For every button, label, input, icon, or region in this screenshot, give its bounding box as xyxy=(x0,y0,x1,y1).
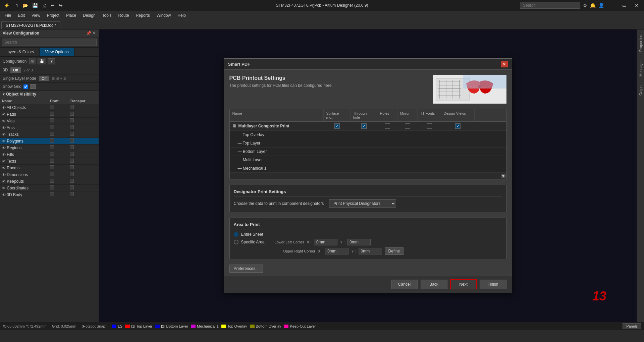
close-btn[interactable]: ✕ xyxy=(632,3,641,8)
eye-icon-3[interactable]: 👁 xyxy=(2,126,6,130)
finish-btn[interactable]: Finish xyxy=(480,280,506,289)
menu-project[interactable]: Project xyxy=(44,12,63,19)
entire-sheet-radio[interactable] xyxy=(234,232,238,237)
minimize-btn[interactable]: — xyxy=(607,3,617,8)
right-tab-output[interactable]: Output xyxy=(638,82,644,98)
back-btn[interactable]: Back xyxy=(421,280,447,289)
doc-tab-pcb[interactable]: STM32F407ZGT6.PcbDoc * xyxy=(1,21,60,29)
maximize-btn[interactable]: ▭ xyxy=(620,3,629,8)
eye-icon-13[interactable]: 👁 xyxy=(2,193,6,197)
scroll-thumb[interactable]: ▼ xyxy=(501,174,505,178)
obj-row-coordinates[interactable]: 👁 Coordinates xyxy=(0,185,99,191)
ttfonts-check[interactable] xyxy=(427,123,432,129)
panel-pin-icon[interactable]: 📌 xyxy=(86,31,91,36)
panel-search-input[interactable] xyxy=(2,39,97,46)
draft-check-4[interactable] xyxy=(50,132,54,136)
transpar-check-9[interactable] xyxy=(70,165,74,169)
layer-row-top-layer[interactable]: — Top Layer xyxy=(230,139,506,148)
obj-row-3d-body[interactable]: 👁 3D Body xyxy=(0,191,99,198)
menu-window[interactable]: Window xyxy=(153,12,174,19)
grid-checkbox[interactable] xyxy=(23,84,28,89)
save-icon[interactable]: 💾 xyxy=(31,2,39,9)
layers-scroll[interactable]: 🖶 Multilayer Composite Print xyxy=(230,122,506,173)
undo-icon[interactable]: ↩ xyxy=(49,2,56,9)
cancel-btn[interactable]: Cancel xyxy=(391,280,418,289)
3d-toggle-btn[interactable]: Off xyxy=(10,67,20,73)
layer-row-multi-layer[interactable]: — Multi-Layer xyxy=(230,156,506,164)
layer-row-mechanical1[interactable]: — Mechanical 1 xyxy=(230,164,506,173)
draft-check-8[interactable] xyxy=(50,159,54,163)
eye-icon-2[interactable]: 👁 xyxy=(2,119,6,123)
right-tab-messages[interactable]: Messages xyxy=(638,57,644,79)
draft-check-3[interactable] xyxy=(50,125,54,129)
eye-icon-0[interactable]: 👁 xyxy=(2,106,6,110)
obj-row-pads[interactable]: 👁 Pads xyxy=(0,111,99,118)
holes-check[interactable] xyxy=(385,123,390,129)
transpar-check-1[interactable] xyxy=(70,112,74,116)
layer-row-top-overlay[interactable]: — Top Overlay xyxy=(230,131,506,139)
draft-check-7[interactable] xyxy=(50,152,54,156)
global-search-input[interactable] xyxy=(520,2,580,9)
composite-surface[interactable] xyxy=(324,122,351,130)
menu-view[interactable]: View xyxy=(28,12,44,19)
obj-row-polygons[interactable]: 👁 Polygons xyxy=(0,138,99,145)
obj-row-texts[interactable]: 👁 Texts xyxy=(0,158,99,165)
transpar-check-5[interactable] xyxy=(70,138,74,142)
obj-row-tracks[interactable]: 👁 Tracks xyxy=(0,131,99,138)
obj-row-regions[interactable]: 👁 Regions xyxy=(0,145,99,151)
upper-right-y-input[interactable] xyxy=(359,248,382,254)
object-visibility-header[interactable]: ▾ Object Visibility xyxy=(0,91,99,98)
obj-row-all-objects[interactable]: 👁 All Objects xyxy=(0,104,99,111)
draft-check-9[interactable] xyxy=(50,165,54,169)
through-check[interactable] xyxy=(361,123,367,129)
obj-row-dimensions[interactable]: 👁 Dimensions xyxy=(0,171,99,178)
transpar-check-10[interactable] xyxy=(70,172,74,176)
surface-check[interactable] xyxy=(334,123,340,129)
draft-check-5[interactable] xyxy=(50,138,54,142)
obj-row-keepouts[interactable]: 👁 Keepouts xyxy=(0,178,99,185)
menu-place[interactable]: Place xyxy=(63,12,79,19)
menu-design[interactable]: Design xyxy=(79,12,99,19)
settings-icon[interactable]: ⚙ xyxy=(583,3,587,8)
transpar-check-11[interactable] xyxy=(70,179,74,183)
transpar-check-12[interactable] xyxy=(70,185,74,189)
draft-check-0[interactable] xyxy=(50,105,54,109)
draft-check-12[interactable] xyxy=(50,185,54,189)
transpar-check-6[interactable] xyxy=(70,145,74,149)
transpar-check-7[interactable] xyxy=(70,152,74,156)
designator-select[interactable]: Print Physical Designators Print Logical… xyxy=(329,199,396,208)
eye-icon-5[interactable]: 👁 xyxy=(2,139,6,143)
draft-check-2[interactable] xyxy=(50,118,54,122)
draft-check-11[interactable] xyxy=(50,179,54,183)
panels-btn[interactable]: Panels xyxy=(623,323,641,329)
eye-icon-11[interactable]: 👁 xyxy=(2,179,6,183)
transpar-check-0[interactable] xyxy=(70,105,74,109)
eye-icon-7[interactable]: 👁 xyxy=(2,153,6,157)
menu-edit[interactable]: Edit xyxy=(14,12,28,19)
composite-ttfonts[interactable] xyxy=(418,122,441,130)
designviews-check[interactable] xyxy=(455,123,461,129)
transpar-check-13[interactable] xyxy=(70,192,74,196)
print-icon[interactable]: 🖨 xyxy=(41,2,48,9)
mirror-check[interactable] xyxy=(405,123,410,129)
preferences-btn[interactable]: Preferences... xyxy=(229,265,263,273)
panel-close-icon[interactable]: ✕ xyxy=(93,31,96,36)
eye-icon-8[interactable]: 👁 xyxy=(2,159,6,163)
composite-holes[interactable] xyxy=(377,122,397,130)
user-icon[interactable]: 👤 xyxy=(598,3,604,8)
transpar-check-8[interactable] xyxy=(70,159,74,163)
config-save-btn[interactable]: 💾 xyxy=(38,58,46,64)
config-menu-btn[interactable]: ▼ xyxy=(48,58,55,64)
right-tab-properties[interactable]: Properties xyxy=(638,32,644,54)
menu-route[interactable]: Route xyxy=(115,12,132,19)
transpar-check-3[interactable] xyxy=(70,125,74,129)
notification-icon[interactable]: 🔔 xyxy=(590,3,596,8)
lower-left-x-input[interactable] xyxy=(314,239,337,245)
tab-layers-colors[interactable]: Layers & Colors xyxy=(0,48,40,56)
draft-check-10[interactable] xyxy=(50,172,54,176)
obj-row-rooms[interactable]: 👁 Rooms xyxy=(0,165,99,171)
upper-right-x-input[interactable] xyxy=(325,248,348,254)
menu-help[interactable]: Help xyxy=(174,12,189,19)
next-btn[interactable]: Next xyxy=(450,279,477,289)
tab-view-options[interactable]: View Options xyxy=(40,48,74,56)
